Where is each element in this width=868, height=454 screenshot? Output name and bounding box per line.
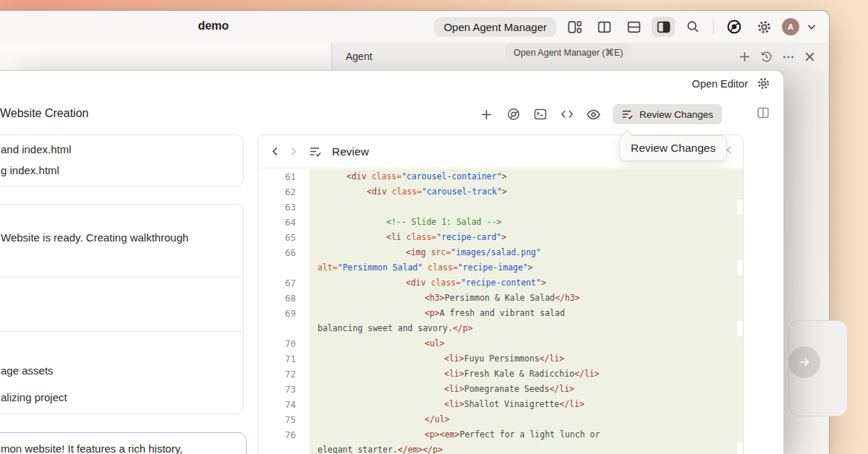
composer-card[interactable]: mon website! It features a rich history, [0, 432, 247, 454]
split-vertical-icon[interactable] [592, 17, 616, 37]
avatar[interactable]: A [782, 18, 799, 35]
code-row: 74<li>Shallot Vinaigrette</li> [258, 397, 743, 412]
code-line: <li>Fresh Kale & Radicchio</li> [310, 367, 743, 382]
code-line: <div class="recipe-content"> [310, 275, 743, 291]
browser-logo-icon[interactable] [723, 17, 746, 37]
code-row: 61<div class="carousel-container"> [258, 169, 743, 184]
code-line: <p>A fresh and vibrant salad [310, 306, 743, 321]
line-number: 74 [258, 397, 296, 412]
session-title: Website Creation [0, 107, 88, 120]
tooltip-review-changes: Review Changes [619, 135, 727, 161]
line-number: 62 [258, 184, 296, 200]
open-editor-button[interactable]: Open Editor [692, 78, 748, 90]
line-number: 69 [258, 306, 296, 321]
code-line: <li class="recipe-card"> [310, 230, 743, 245]
line-number: 66 [258, 245, 296, 260]
code-line: <h3>Persimmon & Kale Salad</h3> [310, 291, 743, 306]
code-row: 68<h3>Persimmon & Kale Salad</h3> [258, 291, 743, 306]
plus-icon[interactable] [739, 51, 751, 63]
terminal-icon[interactable] [529, 104, 551, 124]
divider [0, 277, 243, 278]
line-number [258, 321, 296, 336]
file-list-item[interactable]: g index.html [0, 164, 59, 176]
forward-icon[interactable] [288, 146, 299, 157]
code-line: <p><em>Perfect for a light lunch or [310, 427, 743, 442]
line-number: 75 [258, 412, 296, 427]
step-item[interactable]: alizing project [1, 391, 67, 403]
desktop: demo Open Agent Manager [0, 0, 868, 454]
eye-icon[interactable] [583, 104, 605, 124]
settings-gear-icon[interactable] [752, 17, 775, 37]
agent-panel-title: Agent [346, 51, 373, 62]
code-line: <li>Shallot Vinaigrette</li> [310, 397, 743, 412]
files-card: and index.html g index.html [0, 134, 244, 187]
open-agent-manager-button[interactable]: Open Agent Manager [434, 17, 556, 37]
send-arrow-button[interactable] [788, 346, 820, 378]
session-toolbar: Review Changes [476, 104, 722, 124]
line-number: 71 [258, 351, 296, 367]
list-check-icon [309, 145, 322, 158]
review-title: Review [332, 145, 369, 158]
code-row: 73<li>Pomegranate Seeds</li> [258, 382, 743, 397]
list-check-icon [621, 108, 634, 121]
code-row: 62<div class="carousel-track"> [258, 184, 743, 200]
line-number: 76 [258, 427, 296, 442]
split-horizontal-icon[interactable] [622, 17, 645, 37]
more-icon[interactable] [782, 51, 795, 64]
code-row: 63 [258, 200, 743, 215]
search-icon[interactable] [681, 17, 705, 37]
plus-icon[interactable] [476, 104, 498, 124]
agent-panel-actions [739, 43, 816, 71]
code-row: 71<li>Fuyu Persimmons</li> [258, 351, 743, 367]
tooltip-open-agent-manager: Open Agent Manager (⌘E) [505, 43, 631, 61]
code-row: 75</ul> [258, 412, 743, 427]
split-pane-icon[interactable] [756, 106, 770, 120]
file-list-item[interactable]: and index.html [0, 143, 72, 155]
line-number: 72 [258, 367, 296, 382]
active-page-tab[interactable] [0, 43, 332, 72]
code-line: <ul> [310, 336, 743, 351]
code-row: 69<p>A fresh and vibrant salad [258, 306, 743, 321]
layout-windows-icon[interactable] [563, 17, 586, 37]
step-item[interactable]: age assets [1, 364, 54, 377]
line-number: 70 [258, 336, 296, 351]
code-diff-view[interactable]: 61<div class="carousel-container">62<div… [258, 169, 743, 454]
tab-strip: Agent [0, 43, 829, 71]
history-icon[interactable] [760, 50, 773, 64]
line-number: 64 [258, 215, 296, 230]
review-changes-label: Review Changes [639, 109, 713, 120]
code-line [310, 200, 737, 215]
review-changes-button[interactable]: Review Changes [613, 104, 722, 124]
review-panel: Review 61<div class="carousel-container"… [258, 134, 744, 454]
line-number: 67 [258, 275, 296, 291]
code-row: alt="Persimmon Salad" class="recipe-imag… [258, 260, 743, 275]
window-titlebar: demo Open Agent Manager [0, 11, 829, 43]
back-icon[interactable] [270, 146, 281, 157]
code-line: <div class="carousel-container"> [310, 169, 743, 184]
line-number: 73 [258, 382, 296, 397]
line-number: 63 [258, 200, 296, 215]
right-panel-icon[interactable] [652, 17, 675, 37]
chevron-down-icon[interactable] [806, 21, 817, 33]
code-line: alt="Persimmon Salad" class="recipe-imag… [310, 260, 737, 275]
code-row: 72<li>Fresh Kale & Radicchio</li> [258, 367, 743, 382]
code-line: <img src="images/salad.png" [310, 245, 743, 260]
code-icon[interactable] [556, 104, 578, 124]
code-row: 76<p><em>Perfect for a light lunch or [258, 427, 743, 442]
settings-gear-icon[interactable] [757, 77, 770, 90]
code-line: </ul> [310, 412, 743, 427]
composer-text: mon website! It features a rich history, [1, 442, 183, 454]
code-row: balancing sweet and savory.</p> [258, 321, 743, 336]
window-title: demo [174, 20, 253, 33]
code-row: 67<div class="recipe-content"> [258, 275, 743, 291]
close-icon[interactable] [804, 51, 816, 63]
line-number [258, 260, 296, 275]
status-text: Website is ready. Creating walkthrough [1, 231, 189, 244]
code-line: <li>Pomegranate Seeds</li> [310, 382, 743, 397]
browser-icon[interactable] [503, 104, 524, 124]
code-line: <li>Fuyu Persimmons</li> [310, 351, 743, 367]
code-line: <div class="carousel-track"> [310, 184, 743, 200]
code-row: 66<img src="images/salad.png" [258, 245, 743, 260]
line-number: 65 [258, 230, 296, 245]
code-line: balancing sweet and savory.</p> [310, 321, 737, 336]
